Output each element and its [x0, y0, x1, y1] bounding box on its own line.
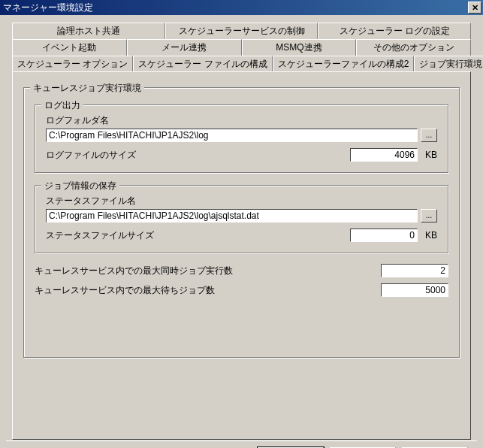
tab-scheduler-file-config2[interactable]: スケジューラーファイルの構成2	[273, 56, 415, 72]
dialog-body: 論理ホスト共通 スケジューラーサービスの制御 スケジューラー ログの設定 イベン…	[0, 15, 483, 448]
log-legend: ログ出力	[41, 99, 83, 112]
log-size-input[interactable]	[350, 148, 418, 162]
status-size-unit: KB	[425, 230, 437, 241]
group-queueless-job-env: キューレスジョブ実行環境 ログ出力 ログフォルダ名 ... ログファイルのサイズ…	[23, 87, 460, 358]
tab-scheduler-service-control[interactable]: スケジューラーサービスの制御	[165, 23, 318, 39]
job-legend: ジョブ情報の保存	[41, 180, 119, 192]
group-log-output: ログ出力 ログフォルダ名 ... ログファイルのサイズ KB	[35, 104, 448, 173]
concurrent-label: キューレスサービス内での最大同時ジョブ実行数	[35, 265, 233, 277]
tab-panel: キューレスジョブ実行環境 ログ出力 ログフォルダ名 ... ログファイルのサイズ…	[12, 71, 471, 440]
tab-scheduler-log-settings[interactable]: スケジューラー ログの設定	[318, 23, 471, 39]
group-legend: キューレスジョブ実行環境	[30, 82, 144, 95]
tab-mail-link[interactable]: メール連携	[127, 39, 242, 56]
waiting-input[interactable]	[381, 283, 448, 297]
close-button[interactable]: ✕	[468, 2, 481, 14]
title-bar: マネージャー環境設定 ✕	[0, 0, 483, 15]
tab-msmq-link[interactable]: MSMQ連携	[242, 39, 357, 56]
status-size-label: ステータスファイルサイズ	[46, 229, 154, 242]
tab-scheduler-options[interactable]: スケジューラー オプション	[12, 56, 133, 72]
log-folder-input[interactable]	[46, 129, 418, 142]
status-file-input[interactable]	[46, 209, 418, 222]
concurrent-input[interactable]	[381, 264, 448, 277]
log-size-label: ログファイルのサイズ	[46, 149, 136, 162]
tab-logical-host[interactable]: 論理ホスト共通	[12, 23, 165, 39]
status-size-input[interactable]	[350, 229, 418, 242]
log-folder-browse-button[interactable]: ...	[421, 129, 437, 142]
status-file-browse-button[interactable]: ...	[421, 209, 437, 222]
tab-scheduler-file-config[interactable]: スケジューラー ファイルの構成	[133, 56, 272, 72]
tab-container: 論理ホスト共通 スケジューラーサービスの制御 スケジューラー ログの設定 イベン…	[12, 23, 471, 72]
tab-job-exec-env[interactable]: ジョブ実行環境	[414, 56, 483, 72]
window-title: マネージャー環境設定	[3, 2, 93, 14]
status-file-label: ステータスファイル名	[46, 195, 437, 207]
button-bar: OK キャンセル 適用(A)	[6, 440, 477, 448]
log-folder-label: ログフォルダ名	[46, 114, 437, 127]
tab-event-start[interactable]: イベント起動	[12, 39, 127, 56]
group-job-info-save: ジョブ情報の保存 ステータスファイル名 ... ステータスファイルサイズ KB	[35, 185, 448, 253]
tab-other-options[interactable]: その他のオプション	[356, 39, 471, 56]
log-size-unit: KB	[425, 150, 437, 160]
waiting-label: キューレスサービス内での最大待ちジョブ数	[35, 284, 215, 297]
